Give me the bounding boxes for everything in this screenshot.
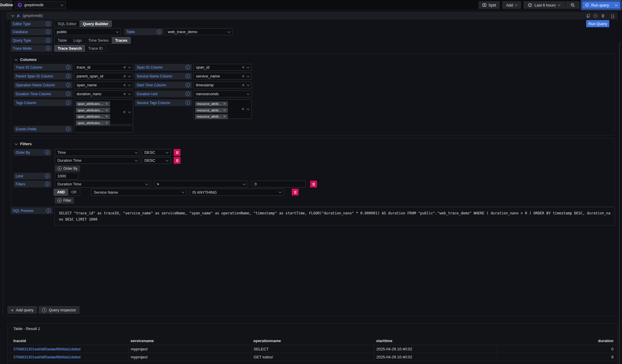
service-name-column-select[interactable]: service_name ✕ <box>193 73 252 80</box>
editor-type-option-query-builder[interactable]: Query Builder <box>80 21 112 27</box>
clear-icon[interactable]: ✕ <box>223 109 226 112</box>
query-type-option-traces[interactable]: Traces <box>112 37 130 43</box>
query-type-option-time-series[interactable]: Time Series <box>85 37 112 43</box>
info-icon[interactable]: i <box>66 65 70 69</box>
trace-mode-option-trace-search[interactable]: Trace Search <box>54 45 85 51</box>
clear-icon[interactable]: ✕ <box>123 83 126 87</box>
logic-option-or[interactable]: OR <box>68 189 80 195</box>
column-header-traceid[interactable]: traceid <box>8 337 128 345</box>
time-range-picker[interactable]: Last 6 hours <box>525 1 563 9</box>
add-button[interactable]: Add <box>502 1 521 9</box>
run-query-dropdown[interactable] <box>612 1 620 9</box>
query-type-option-table[interactable]: Table <box>54 37 70 43</box>
info-icon[interactable]: i <box>46 208 51 213</box>
column-header-starttime[interactable]: starttime <box>374 337 497 345</box>
info-icon[interactable]: i <box>46 46 50 51</box>
span-id-column-select[interactable]: span_id ✕ <box>193 64 252 71</box>
column-header-operationname[interactable]: operationname <box>251 337 374 345</box>
column-header-servicename[interactable]: servicename <box>128 337 251 345</box>
info-icon[interactable]: i <box>186 92 190 96</box>
order-by-direction-select-1[interactable]: DESC <box>142 149 171 156</box>
info-icon[interactable]: i <box>157 30 161 34</box>
clear-icon[interactable]: ✕ <box>105 115 108 118</box>
info-icon[interactable]: i <box>66 92 70 96</box>
info-icon[interactable]: i <box>66 74 70 78</box>
info-icon[interactable]: i <box>45 150 49 155</box>
add-order-by-button[interactable]: + Order By <box>55 165 80 172</box>
tags-column-multiselect[interactable]: span_attributes....✕ span_attributes....… <box>74 99 133 124</box>
trace-mode-option-trace-id[interactable]: Trace ID <box>85 45 106 51</box>
clear-icon[interactable]: ✕ <box>223 102 226 106</box>
info-icon[interactable]: i <box>45 174 49 178</box>
clear-icon[interactable]: ✕ <box>105 102 108 106</box>
info-icon[interactable]: i <box>46 30 50 34</box>
split-button[interactable]: Split <box>478 1 500 9</box>
query-inspector-button[interactable]: i Query inspector <box>38 306 80 314</box>
add-query-button[interactable]: + Add query <box>7 306 37 314</box>
operation-name-column-select[interactable]: span_name ✕ <box>74 82 133 88</box>
toggle-visibility-icon[interactable] <box>593 14 598 18</box>
panel-run-query-button[interactable]: Run Query <box>586 20 609 27</box>
filter-field-select-1[interactable]: Duration Time <box>55 181 150 187</box>
column-header-duration[interactable]: duration <box>497 337 618 345</box>
info-icon[interactable]: i <box>46 22 50 26</box>
parent-span-id-column-select[interactable]: parent_span_id ✕ <box>74 73 133 80</box>
run-query-button[interactable]: Run query <box>582 1 612 9</box>
info-icon[interactable]: i <box>186 74 190 78</box>
remove-order-by-button[interactable] <box>174 149 181 156</box>
trace-id-column-select[interactable]: trace_id ✕ <box>74 64 133 71</box>
info-icon[interactable]: i <box>66 83 70 87</box>
clear-icon[interactable]: ✕ <box>241 107 244 111</box>
collapse-query-chevron-icon[interactable] <box>12 14 14 17</box>
order-by-direction-select-2[interactable]: DESC <box>142 157 171 164</box>
filter-operator-select-1[interactable]: > <box>154 181 248 187</box>
trace-id-link[interactable]: 3768831301ea0d65adaef8b9da1cbded <box>8 345 128 353</box>
remove-filter-button[interactable] <box>292 189 299 195</box>
info-icon[interactable]: i <box>66 101 70 105</box>
info-icon[interactable]: i <box>186 83 190 87</box>
remove-order-by-button[interactable] <box>174 157 181 164</box>
clear-icon[interactable]: ✕ <box>123 66 126 69</box>
add-filter-button[interactable]: + Filter <box>55 197 74 204</box>
events-prefix-input[interactable] <box>74 126 133 132</box>
drag-handle[interactable] <box>610 14 614 18</box>
service-tags-column-multiselect[interactable]: resource_attrib...✕ resource_attrib...✕ … <box>193 99 252 119</box>
scrollbar[interactable] <box>619 43 620 364</box>
order-by-field-select-1[interactable]: Time <box>55 149 140 156</box>
limit-input[interactable] <box>55 173 78 179</box>
clear-icon[interactable]: ✕ <box>105 121 108 125</box>
delete-query-icon[interactable] <box>601 14 605 18</box>
filter-operator-select-2[interactable]: IS ANYTHING <box>190 189 284 196</box>
start-time-column-select[interactable]: timestamp ✕ <box>193 82 252 88</box>
clear-icon[interactable]: ✕ <box>242 75 245 78</box>
remove-filter-button[interactable] <box>310 181 317 187</box>
filter-value-input[interactable] <box>252 181 306 187</box>
clear-icon[interactable]: ✕ <box>242 66 245 69</box>
query-type-option-logs[interactable]: Logs <box>70 37 85 43</box>
info-icon[interactable]: i <box>186 101 190 105</box>
database-select[interactable]: public <box>54 28 121 35</box>
filter-field-select-2[interactable]: Service Name <box>91 189 187 196</box>
table-select[interactable]: web_trace_demo <box>165 28 233 35</box>
info-icon[interactable]: i <box>66 127 70 131</box>
clear-icon[interactable]: ✕ <box>105 109 108 112</box>
clear-icon[interactable]: ✕ <box>123 110 126 114</box>
datasource-picker[interactable]: greptimedb <box>15 1 66 9</box>
zoom-out-time-button[interactable] <box>568 1 578 9</box>
info-icon[interactable]: i <box>46 38 50 43</box>
filters-section-header[interactable]: Filters <box>15 142 32 146</box>
outline-tab[interactable]: Outline <box>0 0 12 10</box>
info-icon[interactable]: i <box>186 65 190 69</box>
duration-unit-select[interactable]: nanoseconds <box>193 90 252 97</box>
clear-icon[interactable]: ✕ <box>123 92 126 96</box>
order-by-field-select-2[interactable]: Duration Time <box>55 157 140 164</box>
clear-icon[interactable]: ✕ <box>123 75 126 78</box>
clear-icon[interactable]: ✕ <box>242 83 245 87</box>
info-icon[interactable]: i <box>45 182 49 186</box>
columns-section-header[interactable]: Columns <box>15 57 37 62</box>
clear-icon[interactable]: ✕ <box>223 115 226 118</box>
editor-type-option-sql-editor[interactable]: SQL Editor <box>54 21 80 27</box>
duplicate-query-icon[interactable] <box>586 14 590 18</box>
logic-option-and[interactable]: AND <box>54 189 68 195</box>
trace-id-link[interactable]: 3768831301ea0d65adaef8b9da1cbded <box>8 353 128 361</box>
